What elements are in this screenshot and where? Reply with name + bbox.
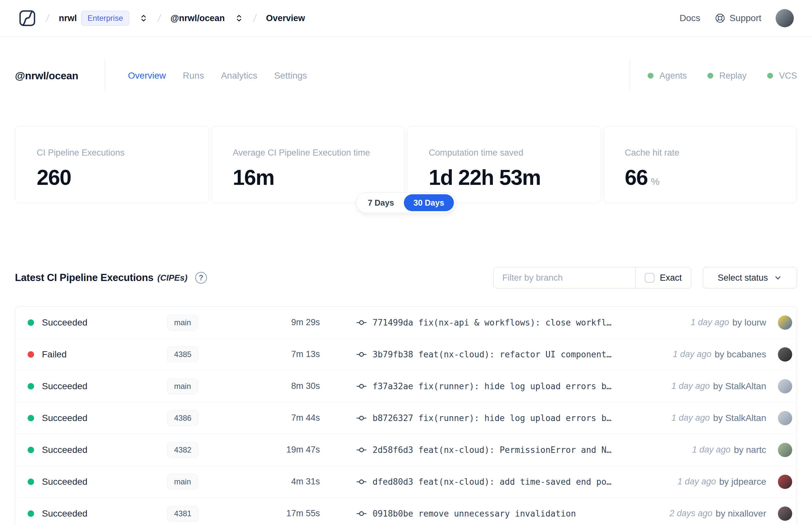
branch-badge[interactable]: 4386 (167, 410, 198, 426)
commit-message[interactable]: f37a32ae fix(runner): hide log upload er… (372, 381, 612, 391)
exact-filter: Exact (635, 267, 691, 288)
branch-filter-input[interactable] (494, 267, 635, 288)
feature-status-group: Agents Replay VCS (648, 71, 797, 81)
duration-label: 17m 55s (265, 508, 320, 519)
branch-badge[interactable]: main (167, 474, 198, 490)
divider (104, 60, 105, 91)
org-selector-icon[interactable] (139, 14, 148, 23)
author-avatar[interactable] (778, 411, 792, 425)
branch-badge[interactable]: 4382 (167, 442, 198, 458)
status-label: Succeeded (42, 317, 87, 328)
range-7-days-button[interactable]: 7 Days (358, 194, 404, 211)
org-name: nrwl (59, 13, 77, 24)
status-select-button[interactable]: Select status (703, 267, 797, 288)
branch-badge[interactable]: 4385 (167, 347, 198, 362)
status-dot-icon (28, 479, 34, 485)
branch-badge[interactable]: main (167, 315, 198, 330)
commit-message[interactable]: 0918b0be remove unnecessary invalidation (372, 509, 576, 519)
git-commit-icon (356, 445, 367, 455)
cipe-table-row[interactable]: Succeeded 4386 7m 44s b8726327 fix(runne… (15, 402, 797, 434)
status-dot-icon (767, 73, 773, 79)
branch-filter-group: Exact (493, 267, 691, 288)
stat-suffix: % (651, 176, 660, 187)
duration-label: 19m 47s (265, 445, 320, 455)
status-dot-icon (707, 73, 713, 79)
tab-overview[interactable]: Overview (128, 71, 166, 81)
lifebuoy-icon (715, 13, 725, 24)
commit-message[interactable]: b8726327 fix(runner): hide log upload er… (372, 413, 612, 423)
stat-label: Average CI Pipeline Execution time (233, 148, 395, 158)
author-avatar[interactable] (778, 347, 792, 362)
tab-runs[interactable]: Runs (183, 71, 204, 81)
cipe-table-row[interactable]: Succeeded main 9m 29s 771499da fix(nx-ap… (15, 307, 797, 339)
status-dot-icon (28, 351, 34, 358)
section-title: Latest CI Pipeline Executions (15, 272, 154, 284)
timestamp-label: 1 day ago (692, 445, 731, 455)
cipe-table-row[interactable]: Failed 4385 7m 13s 3b79fb38 feat(nx-clou… (15, 339, 797, 370)
commit-message[interactable]: 771499da fix(nx-api & workflows): close … (372, 318, 612, 328)
workspace-name: @nrwl/ocean (170, 13, 225, 24)
author-avatar[interactable] (778, 443, 792, 457)
enterprise-badge: Enterprise (81, 11, 129, 26)
divider (629, 60, 629, 91)
timestamp-label: 1 day ago (691, 317, 729, 328)
section-title-suffix: (CIPEs) (157, 273, 187, 283)
cipe-table-row[interactable]: Succeeded 4381 17m 55s 0918b0be remove u… (15, 498, 797, 525)
support-label: Support (730, 13, 761, 24)
question-circle-icon[interactable]: ? (195, 272, 207, 284)
cipe-table-row[interactable]: Succeeded main 8m 30s f37a32ae fix(runne… (15, 370, 797, 402)
status-select-label: Select status (718, 273, 768, 283)
stat-label: Computation time saved (429, 148, 591, 158)
branch-badge[interactable]: main (167, 378, 198, 394)
cipe-table: Succeeded main 9m 29s 771499da fix(nx-ap… (15, 306, 797, 525)
breadcrumb-separator: / (252, 12, 257, 24)
author-avatar[interactable] (778, 507, 792, 521)
commit-message[interactable]: 3b79fb38 feat(nx-cloud): refactor UI com… (372, 349, 612, 359)
timestamp-label: 1 day ago (673, 349, 711, 359)
breadcrumb-separator: / (45, 12, 50, 24)
stat-value: 1d 22h 53m (429, 165, 541, 190)
cipe-table-row[interactable]: Succeeded main 4m 31s dfed80d3 feat(nx-c… (15, 466, 797, 498)
stat-value: 16m (233, 165, 274, 190)
branch-badge[interactable]: 4381 (167, 506, 198, 522)
docs-link[interactable]: Docs (679, 13, 700, 24)
author-avatar[interactable] (778, 315, 792, 330)
user-avatar[interactable] (776, 9, 794, 27)
nx-cloud-logo-icon[interactable] (18, 9, 36, 27)
git-commit-icon (356, 349, 367, 360)
status-label: Succeeded (42, 477, 87, 487)
date-range-toggle: 7 Days 30 Days (356, 192, 456, 213)
cipe-section-header: Latest CI Pipeline Executions (CIPEs) ? … (15, 267, 797, 289)
stat-card-cipe-count: CI Pipeline Executions 260 (15, 126, 209, 203)
timestamp-label: 1 day ago (677, 477, 716, 487)
page-title: @nrwl/ocean (15, 70, 78, 82)
author-label: by bcabanes (715, 349, 766, 360)
tab-analytics[interactable]: Analytics (221, 71, 257, 81)
feature-agents: Agents (648, 71, 687, 81)
workspace-tabs: Overview Runs Analytics Settings (128, 71, 629, 81)
git-commit-icon (356, 477, 367, 487)
chevron-down-icon (774, 273, 782, 282)
feature-vcs: VCS (767, 71, 797, 81)
stat-card-time-saved: Computation time saved 1d 22h 53m (407, 126, 601, 203)
git-commit-icon (356, 413, 367, 423)
git-commit-icon (356, 508, 367, 519)
range-30-days-button[interactable]: 30 Days (404, 194, 454, 211)
workspace-selector-icon[interactable] (234, 14, 244, 23)
stat-label: Cache hit rate (625, 148, 787, 158)
tab-settings[interactable]: Settings (274, 71, 307, 81)
author-avatar[interactable] (778, 475, 792, 489)
exact-checkbox[interactable] (645, 273, 655, 283)
exact-label: Exact (660, 273, 682, 283)
status-label: Succeeded (42, 413, 87, 423)
duration-label: 8m 30s (265, 381, 320, 391)
commit-message[interactable]: dfed80d3 feat(nx-cloud): add time-saved … (372, 477, 612, 487)
cipe-table-row[interactable]: Succeeded 4382 19m 47s 2d58f6d3 feat(nx-… (15, 434, 797, 466)
timestamp-label: 1 day ago (671, 381, 710, 391)
breadcrumb-separator: / (157, 12, 162, 24)
status-label: Succeeded (42, 508, 87, 519)
stat-card-avg-time: Average CI Pipeline Execution time 16m (211, 126, 405, 203)
commit-message[interactable]: 2d58f6d3 feat(nx-cloud): PermissionError… (372, 445, 612, 455)
author-avatar[interactable] (778, 379, 792, 393)
support-link[interactable]: Support (715, 13, 761, 24)
